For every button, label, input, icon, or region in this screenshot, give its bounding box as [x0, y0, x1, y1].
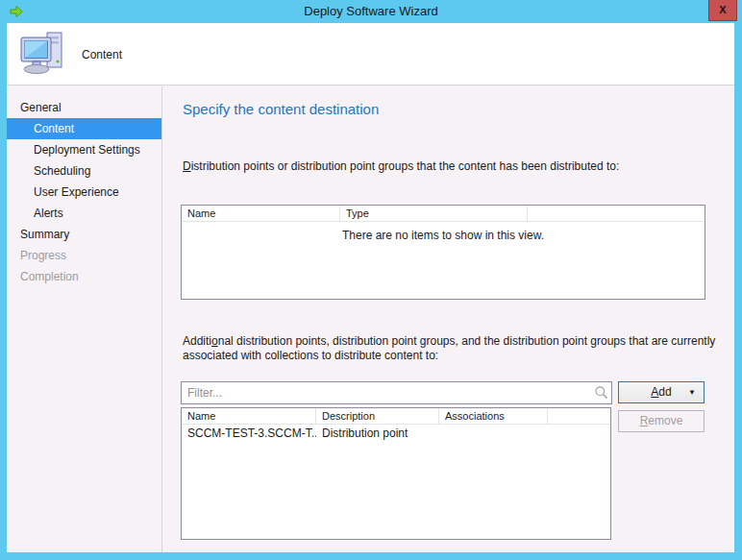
- column-header-name[interactable]: Name: [182, 408, 316, 424]
- column-header-spacer: [528, 206, 705, 221]
- empty-list-message: There are no items to show in this view.: [182, 229, 705, 242]
- additional-list-label: Additional distribution points, distribu…: [183, 334, 715, 363]
- window-title: Deploy Software Wizard: [0, 0, 742, 23]
- dropdown-arrow-icon: ▼: [688, 382, 696, 402]
- close-icon: X: [719, 4, 726, 15]
- table-row[interactable]: SCCM-TEST-3.SCCM-T... Distribution point: [182, 425, 610, 442]
- wizard-main-pane: Specify the content destination Distribu…: [163, 86, 734, 552]
- wizard-header: Content: [7, 23, 734, 85]
- sidebar-item-summary[interactable]: Summary: [7, 224, 161, 245]
- distributed-list-label: Distribution points or distribution poin…: [183, 159, 619, 174]
- deploy-software-wizard-window: Deploy Software Wizard X Content General: [0, 0, 742, 560]
- sidebar-item-deployment-settings[interactable]: Deployment Settings: [7, 139, 161, 160]
- sidebar-item-progress: Progress: [7, 245, 161, 266]
- distributed-list-header: Name Type: [182, 206, 705, 222]
- sidebar-item-user-experience[interactable]: User Experience: [7, 182, 161, 203]
- sidebar-item-general[interactable]: General: [7, 97, 161, 118]
- additional-dp-list-header: Name Description Associations: [182, 408, 610, 425]
- column-header-associations[interactable]: Associations: [439, 408, 548, 424]
- filter-input[interactable]: [181, 381, 612, 404]
- sidebar-item-scheduling[interactable]: Scheduling: [7, 160, 161, 182]
- wizard-page-label: Content: [82, 48, 122, 61]
- column-header-description[interactable]: Description: [316, 408, 439, 424]
- dialog-body: Content General Content Deployment Setti…: [7, 23, 734, 552]
- column-header-spacer: [548, 408, 610, 424]
- title-bar: Deploy Software Wizard X: [0, 0, 742, 23]
- cell-name: SCCM-TEST-3.SCCM-T...: [182, 425, 316, 442]
- distributed-list: Name Type There are no items to show in …: [181, 205, 705, 300]
- page-title: Specify the content destination: [183, 101, 379, 117]
- cell-description: Distribution point: [316, 425, 439, 442]
- column-header-name[interactable]: Name: [182, 206, 340, 221]
- sidebar-item-content[interactable]: Content: [7, 118, 161, 139]
- wizard-nav-sidebar: General Content Deployment Settings Sche…: [7, 86, 162, 552]
- sidebar-item-alerts[interactable]: Alerts: [7, 203, 161, 224]
- remove-button[interactable]: Remove: [618, 410, 705, 432]
- sidebar-item-completion: Completion: [7, 266, 161, 287]
- additional-dp-list: Name Description Associations SCCM-TEST-…: [181, 407, 611, 540]
- cell-associations: [439, 425, 548, 442]
- close-button[interactable]: X: [708, 0, 737, 21]
- computer-icon: [18, 30, 68, 78]
- add-button[interactable]: Add▼: [618, 381, 705, 403]
- column-header-type[interactable]: Type: [340, 206, 528, 221]
